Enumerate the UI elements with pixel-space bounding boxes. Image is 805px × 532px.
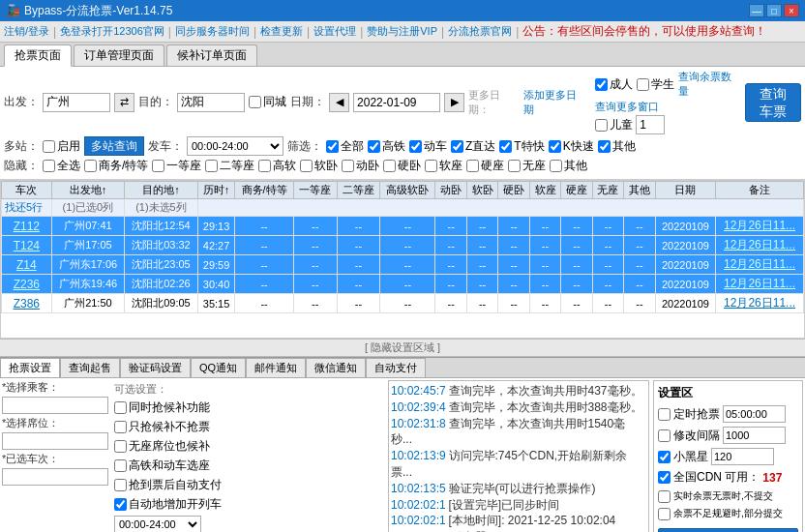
hide-other-checkbox[interactable]: 其他: [550, 158, 587, 174]
tab-captcha-settings[interactable]: 验证码设置: [120, 358, 191, 377]
hide-noseat-checkbox[interactable]: 无座: [508, 158, 546, 174]
col-train: 车次: [2, 182, 52, 199]
swap-stations-button[interactable]: ⇄: [114, 93, 134, 112]
sync-time-link[interactable]: 同步服务器时间: [175, 24, 250, 39]
auto-add-train-checkbox[interactable]: 自动地增加开列车: [114, 496, 222, 513]
hide-hard-checkbox[interactable]: 动卧: [342, 158, 379, 174]
same-city-checkbox[interactable]: 同城: [249, 94, 286, 110]
train-number-link[interactable]: T124: [14, 239, 40, 252]
table-row[interactable]: T124广州17:05沈阳北03:3242:27----------------…: [2, 236, 804, 255]
train-number-link[interactable]: Z112: [14, 220, 40, 233]
filter-all-checkbox[interactable]: 全部: [326, 138, 364, 155]
minimize-button[interactable]: —: [749, 4, 764, 17]
fixed-ticket-input[interactable]: [723, 405, 786, 423]
child-count-input[interactable]: [636, 115, 665, 134]
hidden-area-label[interactable]: [ 隐藏设置区域 ]: [0, 339, 805, 357]
filter-other-checkbox[interactable]: 其他: [598, 138, 636, 155]
train-number-link[interactable]: Z386: [14, 297, 40, 310]
window-controls[interactable]: — □ ×: [749, 4, 799, 17]
selected-link[interactable]: 找还5行: [2, 199, 52, 217]
train-time-select[interactable]: 00:00-24:00: [114, 516, 201, 532]
filter-dongche-checkbox[interactable]: 动车: [409, 138, 447, 155]
train-number-link[interactable]: Z236: [14, 278, 40, 291]
table-row[interactable]: Z236广州东19:46沈阳北02:2630:40---------------…: [2, 275, 804, 294]
modify-interval-checkbox[interactable]: [658, 429, 671, 442]
fixed-ticket-checkbox[interactable]: [658, 408, 671, 421]
maximize-button[interactable]: □: [766, 4, 782, 17]
set-proxy-link[interactable]: 设置代理: [313, 24, 356, 39]
query-tickets-link[interactable]: 查询余票数量: [678, 70, 735, 99]
train-number-link[interactable]: Z14: [16, 258, 37, 272]
filter-z-checkbox[interactable]: Z直达: [451, 138, 495, 155]
tab-waitlist-order[interactable]: 候补订单页面: [166, 44, 257, 66]
hide-business-checkbox[interactable]: 商务/特等: [84, 158, 148, 174]
filter-k-checkbox[interactable]: K快速: [549, 138, 594, 155]
cdn-checkbox[interactable]: [658, 471, 671, 484]
hide-first-checkbox[interactable]: 一等座: [152, 158, 201, 174]
open-12306-link[interactable]: 免登录打开12306官网: [60, 24, 164, 39]
depart-time-select[interactable]: 00:00-24:00: [187, 136, 283, 156]
hide-soft4-checkbox[interactable]: 软座: [425, 158, 462, 174]
blackstar-checkbox[interactable]: [658, 451, 671, 463]
note-link[interactable]: 12月26日11...: [724, 296, 795, 310]
hide-soft2-checkbox[interactable]: 软卧: [300, 158, 338, 174]
close-button[interactable]: ×: [784, 4, 799, 17]
start-grab-button[interactable]: 开始抢票: [658, 528, 798, 532]
simultaneous-waitlist-checkbox[interactable]: 同时抢候补功能: [114, 399, 382, 416]
official-link[interactable]: 分流抢票官网: [448, 24, 512, 39]
child-checkbox[interactable]: 儿童: [595, 117, 633, 133]
hide-second-checkbox[interactable]: 二等座: [205, 158, 254, 174]
tab-email-notify[interactable]: 邮件通知: [246, 358, 306, 377]
note-link[interactable]: 12月26日11...: [724, 277, 795, 290]
blackstar-input[interactable]: [711, 448, 774, 465]
more-windows-link[interactable]: 查询更多窗口: [595, 100, 659, 114]
tab-qq-notify[interactable]: QQ通知: [191, 358, 246, 377]
tab-order-management[interactable]: 订单管理页面: [74, 44, 164, 66]
table-row[interactable]: Z386广州21:50沈阳北09:0535:15----------------…: [2, 294, 804, 313]
note-link[interactable]: 12月26日11...: [724, 257, 795, 271]
tab-wechat-notify[interactable]: 微信通知: [306, 358, 366, 377]
login-link[interactable]: 注销/登录: [4, 24, 49, 39]
from-input[interactable]: [43, 93, 110, 112]
table-row[interactable]: Z14广州东17:06沈阳北23:0529:59----------------…: [2, 255, 804, 275]
query-button[interactable]: 查询车票: [745, 83, 801, 122]
tab-grab-ticket[interactable]: 抢票页面: [4, 44, 72, 67]
filter-t-checkbox[interactable]: T特快: [499, 138, 544, 155]
tab-grab-settings[interactable]: 抢票设置: [0, 358, 60, 377]
check-update-link[interactable]: 检查更新: [260, 24, 303, 39]
adult-checkbox[interactable]: 成人: [595, 76, 633, 93]
date-input[interactable]: [353, 93, 440, 112]
realtime-checkbox[interactable]: [658, 490, 671, 503]
enable-multi-checkbox[interactable]: 启用: [43, 138, 80, 155]
trains-input[interactable]: [2, 468, 108, 486]
note-link[interactable]: 12月26日11...: [724, 238, 795, 251]
hide-soft-checkbox[interactable]: 高软: [258, 158, 296, 174]
tab-auto-pay[interactable]: 自动支付: [366, 358, 426, 377]
multi-query-button[interactable]: 多站查询: [84, 136, 144, 156]
add-more-dates-link[interactable]: 添加更多日期: [523, 88, 584, 117]
nav-tabs: 抢票页面 订单管理页面 候补订单页面: [0, 43, 805, 67]
output-section: 10:02:45:7 查询完毕，本次查询共用时437毫秒。 10:02:39:4…: [388, 380, 649, 532]
leftover-checkbox[interactable]: [658, 508, 671, 520]
same-city-check[interactable]: [249, 96, 261, 108]
vip-link[interactable]: 赞助与注册VIP: [367, 24, 437, 39]
filter-gaotie-checkbox[interactable]: 高铁: [368, 138, 405, 155]
passenger-input[interactable]: [2, 397, 108, 414]
auto-pay-checkbox[interactable]: 抢到票后自动支付: [114, 477, 382, 493]
blackstar-row: 小黑星: [658, 448, 798, 465]
prev-date-button[interactable]: ◀: [329, 93, 349, 112]
only-waitlist-checkbox[interactable]: 只抢候补不抢票: [114, 419, 382, 435]
next-date-button[interactable]: ▶: [444, 93, 464, 112]
no-seat-waitlist-checkbox[interactable]: 无座席位也候补: [114, 438, 382, 455]
note-link[interactable]: 12月26日11...: [724, 219, 795, 232]
hide-hard2-checkbox[interactable]: 硬座: [466, 158, 504, 174]
hide-soft3-checkbox[interactable]: 硬卧: [383, 158, 421, 174]
table-row[interactable]: Z112广州07:41沈阳北12:5429:13----------------…: [2, 217, 804, 236]
select-seat-checkbox[interactable]: 高铁和动车选座: [114, 458, 382, 474]
modify-interval-input[interactable]: [723, 427, 786, 444]
to-input[interactable]: [177, 93, 245, 112]
tab-query-on-sale[interactable]: 查询起售: [60, 358, 120, 377]
student-checkbox[interactable]: 学生: [637, 76, 674, 93]
seat-input[interactable]: [2, 432, 108, 450]
hide-all-checkbox[interactable]: 全选: [43, 158, 80, 174]
